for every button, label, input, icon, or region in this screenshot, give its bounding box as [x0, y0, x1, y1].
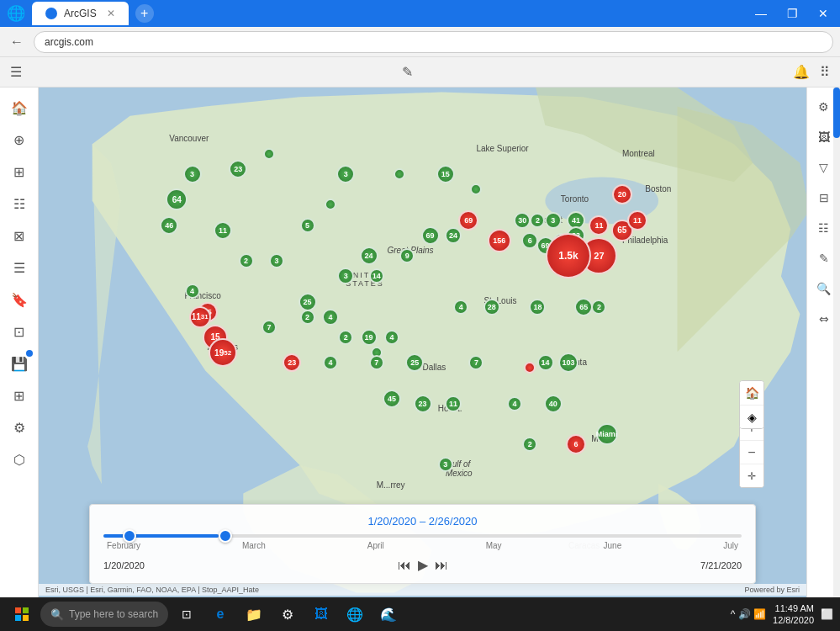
cluster-25a[interactable]: 25: [298, 293, 317, 311]
notification-area[interactable]: ⬜: [821, 608, 833, 620]
sidebar-grid-icon[interactable]: ⊠: [6, 222, 33, 249]
timeline-thumb-right[interactable]: [219, 529, 232, 543]
scroll-indicator[interactable]: [833, 87, 840, 597]
sidebar-add-icon[interactable]: ⊕: [6, 126, 33, 153]
cluster-dot-1[interactable]: [263, 148, 275, 160]
sidebar-table-icon[interactable]: ☷: [6, 190, 33, 217]
cluster-69b-red[interactable]: 69: [458, 210, 478, 231]
right-filter-icon[interactable]: ▽: [811, 155, 837, 180]
cluster-3g[interactable]: 3: [438, 457, 453, 472]
cluster-40[interactable]: 40: [544, 395, 563, 413]
cluster-69a[interactable]: 69: [421, 226, 440, 245]
cluster-3d[interactable]: 3: [337, 268, 354, 284]
cluster-11[interactable]: 11: [214, 221, 232, 240]
cluster-2d[interactable]: 2: [338, 330, 353, 345]
chrome-button[interactable]: 🌐: [340, 599, 370, 629]
close-button[interactable]: ✕: [813, 5, 833, 22]
cluster-28[interactable]: 28: [483, 299, 500, 316]
cluster-24b[interactable]: 24: [445, 227, 462, 244]
taskbar-clock[interactable]: 11:49 AM 12/8/2020: [773, 602, 814, 627]
cluster-1.5k-red[interactable]: 1.5k: [546, 233, 591, 278]
right-image-icon[interactable]: 🖼: [811, 125, 837, 150]
cluster-4f[interactable]: 4: [507, 396, 522, 411]
cluster-11-red[interactable]: 11: [589, 215, 609, 236]
cluster-19b[interactable]: 19: [361, 329, 378, 346]
cluster-15[interactable]: 15: [436, 165, 455, 183]
sidebar-list-icon[interactable]: ☰: [6, 254, 33, 281]
address-bar[interactable]: [34, 31, 833, 53]
cluster-5[interactable]: 5: [300, 218, 315, 233]
cluster-2e[interactable]: 2: [591, 300, 606, 315]
cluster-65b[interactable]: 65: [574, 298, 593, 316]
hamburger-icon[interactable]: ☰: [10, 64, 22, 80]
right-settings-icon[interactable]: ⚙: [811, 94, 837, 119]
cluster-2a[interactable]: 2: [239, 253, 254, 268]
cluster-45[interactable]: 45: [383, 390, 401, 408]
cluster-25c[interactable]: 25: [405, 353, 424, 372]
cluster-23-red[interactable]: 23: [283, 353, 301, 372]
cluster-103[interactable]: 103: [558, 353, 578, 373]
cluster-19-red[interactable]: 1952: [209, 338, 237, 367]
cluster-dot-2[interactable]: [325, 199, 336, 210]
edit-icon[interactable]: ✎: [402, 64, 413, 80]
right-search-icon[interactable]: 🔍: [811, 276, 837, 301]
cluster-4b[interactable]: 4: [322, 309, 339, 326]
cluster-4e[interactable]: 4: [453, 300, 468, 315]
cluster-dot-4[interactable]: [470, 183, 482, 195]
cluster-156-red[interactable]: 156: [488, 229, 511, 252]
cluster-dot-red[interactable]: [524, 362, 536, 374]
sidebar-component-icon[interactable]: ⊡: [6, 318, 33, 345]
rewind-button[interactable]: ⏮: [398, 558, 411, 573]
timeline-slider[interactable]: February March April May June July: [103, 534, 742, 550]
new-tab-button[interactable]: +: [135, 4, 154, 23]
cluster-64[interactable]: 64: [166, 188, 188, 210]
photos-button[interactable]: 🖼: [306, 599, 336, 629]
bell-icon[interactable]: 🔔: [793, 64, 810, 80]
explorer-button[interactable]: 📁: [239, 599, 269, 629]
active-tab[interactable]: ArcGIS ✕: [32, 2, 129, 25]
cluster-7c[interactable]: 7: [468, 355, 483, 370]
cluster-7b[interactable]: 7: [369, 355, 384, 370]
right-minus-icon[interactable]: ⊟: [811, 185, 837, 210]
cluster-3c[interactable]: 3: [336, 165, 355, 183]
cluster-20-red[interactable]: 20: [612, 184, 632, 204]
cluster-30[interactable]: 30: [514, 212, 531, 229]
cluster-2b[interactable]: 2: [530, 213, 545, 228]
cluster-7[interactable]: 7: [262, 320, 277, 335]
cluster-3e[interactable]: 3: [545, 212, 562, 229]
cluster-6-red[interactable]: 6: [566, 434, 586, 454]
edge2-button[interactable]: 🌊: [373, 599, 404, 629]
cluster-23b[interactable]: 23: [414, 395, 432, 413]
tab-close-icon[interactable]: ✕: [107, 8, 115, 19]
compass-button[interactable]: ✛: [740, 464, 763, 487]
start-button[interactable]: [7, 599, 37, 629]
cluster-4c[interactable]: 4: [384, 330, 399, 345]
timeline-thumb-left[interactable]: [123, 529, 136, 543]
sidebar-home-icon[interactable]: 🏠: [6, 94, 33, 121]
sidebar-frame-icon[interactable]: ⊞: [6, 382, 33, 409]
right-table-icon[interactable]: ☷: [811, 215, 837, 241]
right-edit-icon[interactable]: ✎: [811, 246, 837, 271]
cluster-3b[interactable]: 3: [269, 253, 284, 268]
sidebar-save-icon[interactable]: 💾: [6, 350, 33, 377]
maximize-button[interactable]: ❐: [782, 5, 803, 22]
map-container[interactable]: Vancouver Montreal Toronto Detroit St. L…: [39, 87, 806, 597]
sidebar-settings-icon[interactable]: ⚙: [6, 414, 33, 441]
back-button[interactable]: ←: [7, 31, 27, 53]
cluster-14[interactable]: 14: [369, 268, 384, 284]
cluster-2f[interactable]: 2: [522, 437, 537, 452]
cluster-9[interactable]: 9: [399, 248, 415, 263]
cluster-dot-3[interactable]: [394, 168, 405, 180]
cluster-46[interactable]: 46: [160, 216, 178, 235]
edge-button[interactable]: e: [205, 599, 235, 629]
cluster-3-nw[interactable]: 3: [183, 165, 202, 183]
cluster-2c[interactable]: 2: [300, 310, 315, 325]
cluster-18[interactable]: 18: [529, 299, 546, 316]
zoom-out-button[interactable]: −: [740, 440, 763, 464]
locate-button[interactable]: ◈: [740, 405, 763, 428]
home-extent-button[interactable]: 🏠: [740, 381, 763, 405]
task-view-button[interactable]: ⊡: [172, 599, 202, 629]
sidebar-share-icon[interactable]: ⬡: [6, 446, 33, 473]
scroll-thumb[interactable]: [833, 87, 840, 138]
cluster-23[interactable]: 23: [229, 160, 247, 178]
